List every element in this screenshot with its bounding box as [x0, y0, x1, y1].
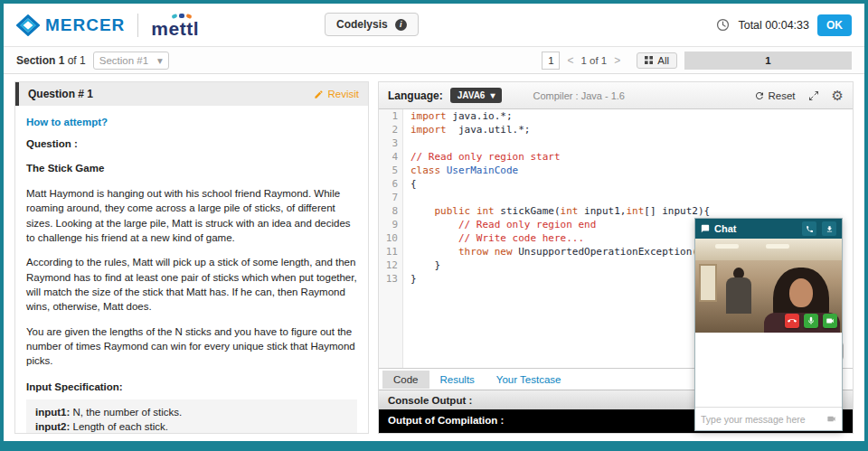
chat-messages-area: [695, 333, 842, 407]
tab-results[interactable]: Results: [429, 371, 486, 389]
code-line: 7: [379, 191, 853, 204]
pencil-icon: [314, 89, 324, 99]
mercer-logo-icon: [16, 14, 40, 36]
question-paragraph: According to the rules, Matt will pick u…: [26, 255, 357, 314]
chevron-down-icon: ▾: [490, 90, 495, 100]
mercer-logo-text: MERCER: [45, 15, 125, 35]
language-dropdown[interactable]: JAVA6 ▾: [450, 88, 503, 103]
code-line: 4// Read only region start: [379, 150, 853, 164]
question-title: The Stick Game: [26, 161, 357, 175]
code-line: 8 public int stickGame(int input1,int[] …: [379, 204, 853, 218]
all-questions-toggle[interactable]: All: [637, 52, 677, 69]
video-scene-light: [766, 244, 789, 249]
chat-title: Chat: [714, 223, 736, 234]
top-header: MERCER mettl Codelysis i Total 00:04:33 …: [4, 4, 864, 47]
section-bar: Section 1 of 1 Section #1 ▾ 1 < 1 of 1 >…: [4, 47, 864, 74]
total-label: Total: [738, 19, 761, 32]
input-spec-row: input1: N, the number of sticks.: [35, 405, 348, 419]
input-spec-box: input1: N, the number of sticks. input2:…: [26, 399, 357, 434]
pagination: 1 < 1 of 1 > All 1: [542, 52, 852, 70]
section-dropdown-value: Section #1: [99, 55, 148, 66]
clock-icon: [716, 18, 730, 32]
question-number-title: Question # 1: [28, 88, 93, 100]
section-count-label: Section 1 of 1: [16, 54, 86, 67]
info-icon[interactable]: i: [395, 19, 407, 31]
chat-input[interactable]: [701, 414, 823, 425]
section-count-bold: Section 1: [16, 54, 64, 67]
grid-icon: [645, 56, 653, 64]
chat-webcam-icon[interactable]: [826, 414, 836, 424]
chat-header-icons: [802, 221, 836, 236]
ok-button[interactable]: OK: [817, 14, 852, 36]
camera-button[interactable]: [823, 314, 837, 328]
refresh-icon: [754, 90, 765, 101]
revisit-button[interactable]: Revisit: [314, 89, 359, 99]
video-controls: [785, 314, 837, 328]
code-line: 2import java.util.*;: [379, 123, 853, 136]
video-scene-light: [715, 244, 739, 249]
question-palette-item[interactable]: 1: [765, 55, 770, 66]
header-right: Total 00:04:33 OK: [716, 14, 852, 36]
video-person-left-body: [726, 277, 751, 314]
input1-text: N, the number of sticks.: [70, 407, 182, 418]
proctoring-video-feed: [695, 239, 842, 333]
chat-header[interactable]: Chat: [695, 219, 842, 239]
mettl-logo-flames: [172, 13, 192, 18]
mercer-logo: MERCER: [16, 14, 125, 36]
language-value: JAVA6: [458, 90, 486, 100]
reset-button[interactable]: Reset: [754, 90, 796, 101]
code-line: 3: [379, 136, 853, 150]
next-page-button[interactable]: >: [614, 54, 620, 67]
compiler-label: Compiler : Java - 1.6: [533, 90, 624, 101]
all-label: All: [657, 55, 669, 66]
total-time-value: 00:04:33: [765, 19, 809, 32]
codelysis-button[interactable]: Codelysis i: [325, 13, 419, 36]
code-line: 5class UserMainCode: [379, 164, 853, 177]
mettl-logo: mettl: [151, 13, 199, 38]
code-line: 1import java.io.*;: [379, 109, 853, 123]
logo-group: MERCER mettl: [16, 13, 199, 38]
call-icon[interactable]: [802, 221, 816, 236]
question-paragraph: You are given the lengths of the N stick…: [26, 324, 357, 369]
codelysis-label: Codelysis: [336, 18, 388, 31]
chat-input-row: [695, 407, 842, 430]
input-spec-label: Input Specification:: [26, 380, 357, 394]
total-time: Total 00:04:33: [738, 19, 809, 32]
fullscreen-icon[interactable]: [808, 90, 819, 101]
code-line: 6{: [379, 177, 853, 191]
reset-label: Reset: [769, 90, 796, 101]
chat-bubble-icon: [701, 224, 710, 233]
logo-divider: [137, 14, 138, 37]
chat-window: Chat: [694, 218, 843, 431]
question-label: Question :: [26, 136, 357, 151]
editor-tools: Reset ⚙: [754, 89, 844, 102]
mic-button[interactable]: [804, 314, 818, 328]
how-to-attempt-link[interactable]: How to attempt?: [26, 115, 357, 129]
section-dropdown[interactable]: Section #1 ▾: [93, 52, 169, 70]
section-count-rest: of 1: [64, 54, 85, 67]
prev-page-button[interactable]: <: [567, 54, 573, 67]
minimize-download-icon[interactable]: [822, 221, 836, 236]
mettl-logo-text: mettl: [151, 19, 199, 38]
revisit-label: Revisit: [327, 89, 359, 99]
question-panel: Question # 1 Revisit How to attempt? Que…: [14, 81, 369, 434]
editor-header: Language: JAVA6 ▾ Compiler : Java - 1.6 …: [379, 82, 853, 109]
language-label: Language:: [388, 89, 443, 102]
question-paragraph: Matt Haymond is hanging out with his sch…: [26, 186, 357, 245]
input2-label: input2:: [35, 421, 70, 432]
video-scene-window: [699, 264, 717, 302]
tab-code[interactable]: Code: [382, 371, 429, 389]
question-palette: 1: [684, 52, 852, 70]
question-header: Question # 1 Revisit: [15, 82, 368, 106]
end-call-button[interactable]: [785, 314, 799, 328]
page-of-label: 1 of 1: [580, 55, 607, 66]
video-scene-ceiling: [695, 239, 842, 260]
question-page-box[interactable]: 1: [542, 52, 560, 70]
input1-label: input1:: [35, 407, 70, 418]
tab-your-testcase[interactable]: Your Testcase: [486, 371, 572, 389]
question-body: How to attempt? Question : The Stick Gam…: [15, 106, 368, 434]
input2-text: Length of each stick.: [70, 421, 168, 432]
chevron-down-icon: ▾: [157, 54, 163, 67]
gear-icon[interactable]: ⚙: [832, 89, 844, 102]
input-spec-row: input2: Length of each stick.: [35, 419, 348, 434]
